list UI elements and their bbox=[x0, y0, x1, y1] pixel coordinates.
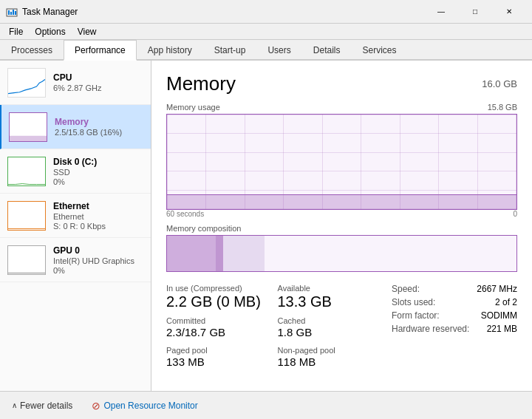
menu-bar: File Options View bbox=[0, 24, 532, 40]
stat-in-use: In use (Compressed) 2.2 GB (0 MB) bbox=[166, 284, 266, 310]
stat-available: Available 13.3 GB bbox=[278, 284, 378, 310]
nonpaged-label: Non-paged pool bbox=[278, 346, 378, 355]
gpu-name: GPU 0 bbox=[53, 245, 143, 256]
usage-label: Memory usage bbox=[166, 103, 220, 112]
usage-max: 15.8 GB bbox=[488, 103, 517, 112]
maximize-button[interactable]: □ bbox=[458, 0, 492, 24]
memory-usage-section: Memory usage 15.8 GB bbox=[166, 103, 517, 218]
ethernet-info: Ethernet Ethernet S: 0 R: 0 Kbps bbox=[53, 201, 143, 231]
cpu-sub: 6% 2.87 GHz bbox=[53, 84, 143, 92]
disk-sub2: 0% bbox=[53, 177, 143, 186]
memory-thumbnail bbox=[9, 112, 47, 142]
fewer-details-label: Fewer details bbox=[20, 401, 72, 411]
in-use-value: 2.2 GB (0 MB) bbox=[166, 293, 266, 310]
tab-bar: Processes Performance App history Start-… bbox=[0, 40, 532, 61]
ethernet-sub2: S: 0 R: 0 Kbps bbox=[53, 222, 143, 231]
reserved-value: 221 MB bbox=[487, 324, 517, 334]
cpu-thumbnail bbox=[7, 68, 46, 98]
menu-options[interactable]: Options bbox=[29, 25, 71, 38]
disk-thumbnail bbox=[7, 157, 46, 186]
memory-fill-graph bbox=[167, 194, 516, 209]
sidebar-item-gpu[interactable]: GPU 0 Intel(R) UHD Graphics 0% bbox=[0, 238, 151, 282]
gpu-sub1: Intel(R) UHD Graphics bbox=[53, 256, 143, 265]
memory-usage-graph bbox=[166, 114, 517, 210]
main-content: CPU 6% 2.87 GHz Memory 2.5/15.8 GB (16%) bbox=[0, 61, 532, 391]
tab-performance[interactable]: Performance bbox=[64, 40, 137, 61]
svg-rect-5 bbox=[10, 135, 47, 141]
svg-rect-3 bbox=[13, 10, 14, 15]
menu-file[interactable]: File bbox=[3, 25, 29, 38]
slots-label: Slots used: bbox=[392, 297, 435, 307]
gpu-sub2: 0% bbox=[53, 266, 143, 275]
stat-row-speed: Speed: 2667 MHz bbox=[392, 284, 517, 294]
svg-rect-1 bbox=[8, 10, 10, 15]
committed-value: 2.3/18.7 GB bbox=[166, 325, 266, 340]
paged-label: Paged pool bbox=[166, 346, 266, 355]
in-use-label: In use (Compressed) bbox=[166, 284, 266, 293]
tab-services[interactable]: Services bbox=[351, 40, 407, 59]
window-controls: — □ ✕ bbox=[424, 0, 526, 24]
tab-processes[interactable]: Processes bbox=[0, 40, 64, 59]
gpu-info: GPU 0 Intel(R) UHD Graphics 0% bbox=[53, 245, 143, 275]
title-bar: Task Manager — □ ✕ bbox=[0, 0, 532, 24]
memory-name: Memory bbox=[55, 117, 143, 127]
available-value: 13.3 GB bbox=[278, 293, 378, 310]
tab-startup[interactable]: Start-up bbox=[203, 40, 257, 59]
fewer-details-button[interactable]: ∧ Fewer details bbox=[7, 398, 77, 414]
ethernet-sub1: Ethernet bbox=[53, 212, 143, 221]
tab-app-history[interactable]: App history bbox=[137, 40, 203, 59]
sidebar-item-cpu[interactable]: CPU 6% 2.87 GHz bbox=[0, 61, 151, 105]
available-label: Available bbox=[278, 284, 378, 293]
composition-label-text: Memory composition bbox=[166, 224, 241, 233]
memory-header: Memory 16.0 GB bbox=[166, 72, 517, 95]
close-button[interactable]: ✕ bbox=[492, 0, 526, 24]
stat-cached: Cached 1.8 GB bbox=[278, 316, 378, 340]
disk-info: Disk 0 (C:) SSD 0% bbox=[53, 157, 143, 186]
bottom-bar: ∧ Fewer details ⊘ Open Resource Monitor bbox=[0, 391, 532, 419]
disk-name: Disk 0 (C:) bbox=[53, 157, 143, 167]
stat-row-form: Form factor: SODIMM bbox=[392, 310, 517, 321]
sidebar-item-memory[interactable]: Memory 2.5/15.8 GB (16%) bbox=[0, 105, 151, 149]
stat-committed: Committed 2.3/18.7 GB bbox=[166, 316, 266, 340]
cached-label: Cached bbox=[278, 316, 378, 325]
comp-in-use bbox=[167, 236, 216, 271]
app-icon bbox=[6, 6, 18, 18]
minimize-button[interactable]: — bbox=[424, 0, 458, 24]
committed-label: Committed bbox=[166, 316, 266, 325]
time-start: 60 seconds bbox=[166, 210, 204, 218]
speed-label: Speed: bbox=[392, 284, 420, 294]
slots-value: 2 of 2 bbox=[495, 297, 517, 307]
menu-view[interactable]: View bbox=[72, 25, 103, 38]
time-end: 0 bbox=[513, 210, 517, 218]
memory-info: Memory 2.5/15.8 GB (16%) bbox=[55, 117, 143, 137]
sidebar-item-ethernet[interactable]: Ethernet Ethernet S: 0 R: 0 Kbps bbox=[0, 194, 151, 238]
tab-users[interactable]: Users bbox=[256, 40, 301, 59]
stats-area: In use (Compressed) 2.2 GB (0 MB) Availa… bbox=[166, 284, 517, 369]
stats-right: Speed: 2667 MHz Slots used: 2 of 2 Form … bbox=[377, 284, 517, 369]
speed-value: 2667 MHz bbox=[477, 284, 517, 294]
tab-details[interactable]: Details bbox=[302, 40, 352, 59]
window-title: Task Manager bbox=[22, 7, 424, 17]
cpu-name: CPU bbox=[53, 72, 143, 83]
open-resource-monitor-button[interactable]: ⊘ Open Resource Monitor bbox=[92, 400, 197, 412]
sidebar-item-disk[interactable]: Disk 0 (C:) SSD 0% bbox=[0, 149, 151, 194]
stat-paged: Paged pool 133 MB bbox=[166, 346, 266, 369]
cached-value: 1.8 GB bbox=[278, 325, 378, 340]
open-monitor-label: Open Resource Monitor bbox=[103, 401, 197, 411]
comp-standby bbox=[223, 236, 265, 271]
right-panel: Memory 16.0 GB Memory usage 15.8 GB bbox=[151, 61, 532, 391]
graph-time-label: 60 seconds 0 bbox=[166, 210, 517, 218]
reserved-label: Hardware reserved: bbox=[392, 324, 469, 334]
ethernet-thumbnail bbox=[7, 201, 46, 231]
form-label: Form factor: bbox=[392, 310, 440, 321]
stats-left: In use (Compressed) 2.2 GB (0 MB) Availa… bbox=[166, 284, 377, 369]
svg-rect-2 bbox=[10, 12, 12, 15]
stat-row-reserved: Hardware reserved: 221 MB bbox=[392, 324, 517, 334]
stat-row-slots: Slots used: 2 of 2 bbox=[392, 297, 517, 307]
composition-graph bbox=[166, 235, 517, 272]
comp-free bbox=[265, 236, 516, 271]
nonpaged-value: 118 MB bbox=[278, 355, 378, 369]
paged-value: 133 MB bbox=[166, 355, 266, 369]
ethernet-name: Ethernet bbox=[53, 201, 143, 211]
form-value: SODIMM bbox=[481, 310, 517, 321]
